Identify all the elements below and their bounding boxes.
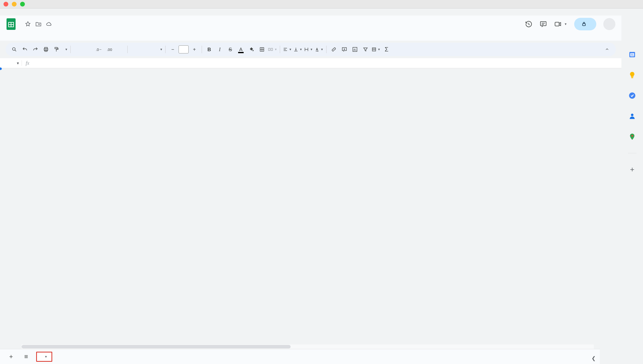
tasks-sideapp-icon[interactable] [628, 91, 636, 100]
name-box[interactable]: ▼ [0, 61, 22, 65]
bold-button[interactable]: B [204, 45, 214, 54]
print-button[interactable] [41, 45, 51, 54]
svg-rect-19 [269, 48, 270, 50]
redo-button[interactable] [31, 45, 40, 54]
account-avatar[interactable] [603, 18, 615, 30]
svg-rect-4 [541, 22, 546, 26]
star-icon[interactable] [25, 21, 31, 27]
filter-button[interactable] [361, 45, 370, 54]
sheets-logo-icon[interactable] [6, 17, 17, 31]
svg-point-43 [631, 135, 633, 136]
increase-decimal-button[interactable]: .00 [105, 45, 114, 54]
italic-button[interactable]: I [215, 45, 225, 54]
svg-line-10 [15, 50, 16, 51]
horizontal-scrollbar[interactable] [22, 344, 594, 349]
caret-down-icon: ▼ [274, 48, 277, 51]
comments-icon[interactable] [540, 20, 547, 28]
more-formats-button[interactable] [115, 45, 125, 54]
borders-button[interactable] [257, 45, 267, 54]
add-sheet-button[interactable]: + [6, 352, 16, 362]
svg-point-42 [631, 114, 633, 116]
window-minimize-button[interactable] [12, 2, 17, 7]
zoom-selector[interactable]: ▼ [62, 48, 68, 51]
cloud-status-icon[interactable] [46, 21, 52, 27]
add-sideapp-button[interactable]: + [628, 165, 636, 174]
caret-down-icon: ▼ [564, 22, 567, 26]
caret-down-icon: ▼ [65, 48, 68, 51]
link-button[interactable] [329, 45, 339, 54]
keep-sideapp-icon[interactable] [628, 71, 636, 79]
svg-rect-40 [631, 77, 633, 78]
paint-format-button[interactable] [52, 45, 61, 54]
calendar-sideapp-icon[interactable]: 31 [628, 50, 636, 59]
maps-sideapp-icon[interactable] [628, 132, 636, 141]
window-close-button[interactable] [4, 2, 8, 7]
caret-down-icon: ▼ [378, 48, 381, 51]
contacts-sideapp-icon[interactable] [628, 112, 636, 120]
svg-rect-20 [271, 48, 273, 50]
meet-icon[interactable]: ▼ [554, 20, 567, 28]
font-size-increase[interactable]: + [190, 45, 199, 54]
filter-views-button[interactable]: ▼ [371, 45, 381, 54]
svg-text:31: 31 [631, 53, 634, 56]
caret-down-icon: ▼ [310, 48, 313, 51]
insert-chart-button[interactable] [350, 45, 360, 54]
font-size-decrease[interactable]: − [168, 45, 178, 54]
merge-button[interactable]: ▼ [268, 45, 277, 54]
window-maximize-button[interactable] [20, 2, 25, 7]
font-selector[interactable]: ▼ [130, 48, 163, 51]
svg-rect-14 [55, 47, 57, 49]
caret-down-icon: ▼ [44, 355, 47, 358]
strikethrough-button[interactable]: S [226, 45, 235, 54]
horizontal-align-button[interactable]: ▼ [283, 45, 292, 54]
svg-point-15 [252, 50, 254, 51]
caret-down-icon: ▼ [16, 61, 20, 65]
caret-down-icon: ▼ [299, 48, 302, 51]
decrease-decimal-button[interactable]: .0← [94, 45, 104, 54]
text-wrap-button[interactable]: ▼ [304, 45, 313, 54]
collapse-toolbar-icon[interactable] [602, 45, 612, 54]
svg-rect-8 [583, 24, 585, 26]
fx-icon: fx [22, 60, 31, 66]
svg-rect-34 [372, 48, 376, 51]
share-button[interactable] [574, 18, 596, 30]
undo-button[interactable] [20, 45, 30, 54]
svg-point-9 [13, 48, 15, 50]
explore-chevron-icon[interactable]: ❮ [590, 354, 597, 362]
search-menus-icon[interactable] [10, 45, 19, 54]
caret-down-icon: ▼ [289, 48, 292, 51]
text-rotation-button[interactable]: ▼ [314, 45, 324, 54]
font-size-input[interactable] [179, 45, 189, 53]
svg-rect-7 [555, 22, 559, 26]
currency-button[interactable] [73, 45, 83, 54]
text-color-button[interactable]: A [236, 45, 246, 54]
caret-down-icon: ▼ [160, 48, 163, 51]
caret-down-icon: ▼ [320, 48, 324, 51]
all-sheets-button[interactable]: ≡ [21, 352, 31, 362]
functions-button[interactable]: Σ [382, 45, 391, 54]
sheet-tab-active[interactable]: ▼ [36, 352, 52, 362]
move-icon[interactable] [35, 21, 42, 27]
history-icon[interactable] [525, 20, 532, 28]
fill-color-button[interactable] [247, 45, 256, 54]
percent-button[interactable] [84, 45, 93, 54]
insert-comment-button[interactable] [340, 45, 349, 54]
vertical-align-button[interactable]: ▼ [293, 45, 303, 54]
